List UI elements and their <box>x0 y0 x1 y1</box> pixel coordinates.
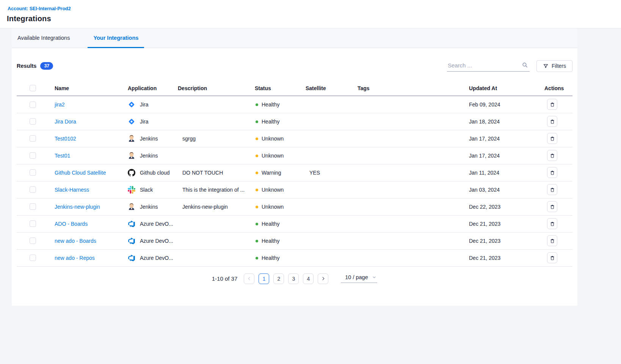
integration-name-link[interactable]: Test01 <box>55 153 70 159</box>
status-cell: Healthy <box>255 113 306 130</box>
tags-cell <box>358 147 469 164</box>
page-button-1[interactable]: 1 <box>259 273 269 284</box>
delete-button[interactable] <box>547 133 557 144</box>
satellite-cell <box>306 198 358 215</box>
toolbar: Results 37 Filters <box>17 48 572 72</box>
results-label: Results <box>17 63 36 69</box>
column-header-description: Description <box>178 81 255 96</box>
search-input[interactable] <box>447 61 530 72</box>
table-row: new ado - Boards Azure DevO... Healthy <box>17 232 572 249</box>
prev-page-button[interactable] <box>244 273 254 284</box>
column-header-satellite: Satellite <box>306 81 358 96</box>
next-page-button[interactable] <box>318 273 328 284</box>
row-checkbox[interactable] <box>30 152 36 159</box>
page-button-3[interactable]: 3 <box>288 273 299 284</box>
table-row: jira2 Jira Healthy Feb <box>17 96 572 113</box>
integration-name-link[interactable]: ADO - Boards <box>55 221 88 227</box>
row-checkbox[interactable] <box>30 169 36 176</box>
tags-cell <box>358 113 469 130</box>
page-button-2[interactable]: 2 <box>273 273 284 284</box>
chevron-right-icon <box>321 277 325 281</box>
row-checkbox[interactable] <box>30 118 36 125</box>
column-header-tags: Tags <box>358 81 469 96</box>
application-label: Slack <box>140 187 153 193</box>
jenkins-icon <box>128 135 135 142</box>
application-icon <box>128 186 135 194</box>
status-cell: Healthy <box>255 232 306 249</box>
filter-funnel-icon <box>543 63 549 69</box>
trash-icon <box>550 136 555 141</box>
updated-at-cell: Jan 11, 2024 <box>469 164 544 181</box>
satellite-cell <box>306 147 358 164</box>
integration-name-link[interactable]: Test0102 <box>55 136 76 142</box>
integration-name-link[interactable]: Jira Dora <box>55 119 76 125</box>
table-row: Slack-Harness Slack This is <box>17 181 572 198</box>
tags-cell <box>358 232 469 249</box>
page-size-select[interactable]: 10 / page <box>341 274 377 283</box>
filters-button[interactable]: Filters <box>536 60 572 72</box>
delete-button[interactable] <box>547 116 557 127</box>
description-cell <box>178 215 255 232</box>
trash-icon <box>550 170 555 175</box>
table-body: jira2 Jira Healthy Feb <box>17 96 572 266</box>
row-checkbox[interactable] <box>30 186 36 193</box>
status-dot <box>256 155 258 157</box>
satellite-cell <box>306 232 358 249</box>
application-label: Azure DevO... <box>140 221 173 227</box>
satellite-cell <box>306 113 358 130</box>
delete-button[interactable] <box>547 167 557 178</box>
application-icon <box>128 118 135 125</box>
search-box <box>447 61 530 72</box>
delete-button[interactable] <box>547 201 557 212</box>
delete-button[interactable] <box>547 235 557 246</box>
delete-button[interactable] <box>547 99 557 110</box>
integration-name-link[interactable]: Jenkins-new-plugin <box>55 204 100 210</box>
updated-at-cell: Dec 21, 2023 <box>469 249 544 266</box>
delete-button[interactable] <box>547 184 557 195</box>
status-cell: Unknown <box>255 147 306 164</box>
integration-name-link[interactable]: jira2 <box>55 102 64 108</box>
jira-icon <box>128 118 135 125</box>
application-icon <box>128 152 135 159</box>
select-all-checkbox[interactable] <box>30 85 36 91</box>
row-checkbox[interactable] <box>30 220 36 227</box>
status-label: Healthy <box>262 221 279 227</box>
delete-button[interactable] <box>547 218 557 229</box>
row-checkbox[interactable] <box>30 135 36 142</box>
description-cell: This is the integration of ... <box>178 181 255 198</box>
tags-cell <box>358 215 469 232</box>
status-cell: Healthy <box>255 96 306 113</box>
table-row: Jenkins-new-plugin Jenkins <box>17 198 572 215</box>
status-label: Unknown <box>262 153 284 159</box>
delete-button[interactable] <box>547 150 557 161</box>
application-icon <box>128 135 135 142</box>
row-checkbox[interactable] <box>30 255 36 261</box>
results-count-badge: 37 <box>40 62 53 70</box>
tab-your-integrations[interactable]: Your Integrations <box>88 28 144 48</box>
status-cell: Unknown <box>255 130 306 147</box>
description-cell <box>178 113 255 130</box>
tabs: Available IntegrationsYour Integrations <box>12 28 577 48</box>
integration-name-link[interactable]: new ado - Boards <box>55 238 96 244</box>
row-checkbox[interactable] <box>30 237 36 244</box>
tags-cell <box>358 181 469 198</box>
integration-name-link[interactable]: new ado - Repos <box>55 255 95 261</box>
application-label: Github cloud <box>140 170 170 176</box>
integration-name-link[interactable]: Slack-Harness <box>55 187 89 193</box>
trash-icon <box>550 204 555 209</box>
row-checkbox[interactable] <box>30 203 36 210</box>
table-row: Jira Dora Jira Healthy <box>17 113 572 130</box>
page-button-4[interactable]: 4 <box>303 273 314 284</box>
integration-name-link[interactable]: Github Cloud Satellite <box>55 170 106 176</box>
status-dot <box>256 137 258 140</box>
status-label: Warning <box>262 170 281 176</box>
trash-icon <box>550 153 555 158</box>
row-checkbox[interactable] <box>30 102 36 108</box>
delete-button[interactable] <box>547 252 557 263</box>
tab-available-integrations[interactable]: Available Integrations <box>12 28 75 48</box>
account-breadcrumb[interactable]: Account: SEI-Internal-Prod2 <box>8 6 71 11</box>
status-label: Healthy <box>262 102 279 108</box>
status-cell: Warning <box>255 164 306 181</box>
search-icon <box>522 62 528 68</box>
page-header: Account: SEI-Internal-Prod2 Integrations <box>0 0 621 28</box>
